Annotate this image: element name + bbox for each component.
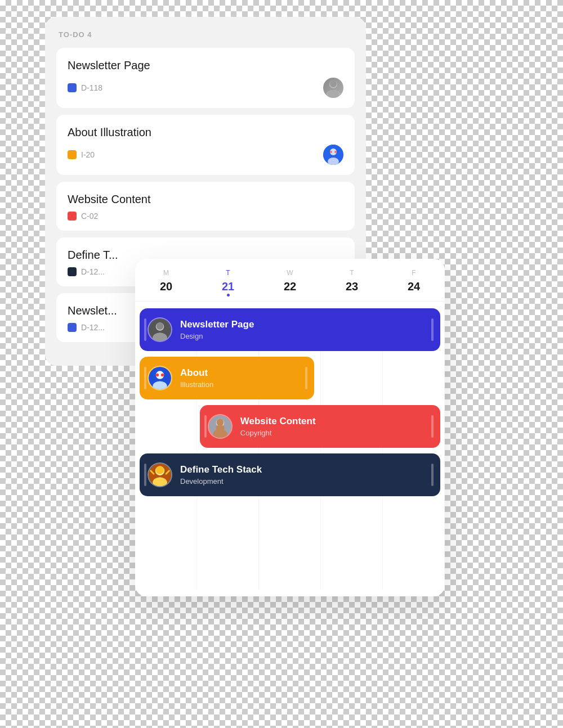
svg-point-7: [330, 151, 332, 153]
svg-point-22: [216, 419, 224, 426]
calendar-panel: M 20 T 21 W 22 T 23 F 24: [135, 259, 445, 596]
resize-handle-left[interactable]: [204, 415, 207, 438]
task-tag: D-118: [68, 83, 102, 92]
event-subtitle: Development: [180, 477, 432, 486]
svg-point-18: [161, 374, 164, 376]
event-title: Newsletter Page: [180, 319, 432, 330]
event-text: About Illustration: [180, 367, 306, 389]
tag-dot: [68, 267, 77, 276]
day-letter: T: [350, 269, 354, 277]
task-meta: I-20: [68, 145, 343, 165]
resize-handle-left[interactable]: [144, 367, 146, 389]
tag-code: D-12...: [81, 267, 105, 276]
tag-code: C-02: [81, 212, 98, 221]
task-tag: C-02: [68, 212, 98, 221]
task-title: Website Content: [68, 193, 343, 206]
svg-rect-23: [216, 425, 225, 433]
day-number: 23: [346, 280, 358, 293]
tag-dot: [68, 83, 77, 92]
event-text: Newsletter Page Design: [180, 319, 432, 340]
svg-point-27: [156, 466, 164, 475]
task-card[interactable]: About Illustration I-20: [56, 115, 355, 175]
event-avatar: [208, 414, 233, 439]
resize-handle-right[interactable]: [431, 415, 434, 438]
avatar: [323, 145, 343, 165]
event-newsletter[interactable]: Newsletter Page Design: [140, 308, 440, 351]
tag-code: I-20: [81, 150, 95, 159]
calendar-grid: Newsletter Page Design: [135, 302, 445, 596]
tag-dot: [68, 323, 77, 332]
day-number: 24: [408, 280, 420, 293]
event-website[interactable]: Website Content Copyright: [200, 405, 440, 448]
event-about[interactable]: About Illustration: [140, 357, 314, 399]
event-text: Define Tech Stack Development: [180, 464, 432, 486]
event-title: About: [180, 367, 306, 379]
resize-handle-right[interactable]: [431, 318, 434, 341]
cal-day-thu[interactable]: T 23: [321, 259, 383, 301]
day-letter: F: [412, 269, 415, 277]
event-define[interactable]: Define Tech Stack Development: [140, 453, 440, 496]
svg-point-28: [153, 478, 167, 487]
event-title: Website Content: [240, 416, 432, 427]
task-card[interactable]: Newsletter Page D-118: [56, 48, 355, 108]
event-subtitle: Illustration: [180, 380, 306, 389]
svg-point-8: [334, 151, 337, 153]
resize-handle-right[interactable]: [431, 464, 434, 486]
day-letter: W: [287, 269, 293, 277]
svg-point-3: [327, 90, 339, 98]
event-avatar: [148, 366, 172, 390]
resize-handle-left[interactable]: [144, 318, 146, 341]
cal-day-mon[interactable]: M 20: [135, 259, 197, 301]
cal-day-tue[interactable]: T 21: [197, 259, 259, 301]
day-number: 21: [222, 280, 234, 293]
svg-point-13: [153, 332, 167, 341]
tag-dot: [68, 212, 77, 221]
svg-point-12: [157, 322, 164, 330]
event-subtitle: Copyright: [240, 429, 432, 437]
task-title: Newsletter Page: [68, 59, 343, 72]
resize-handle-right[interactable]: [305, 367, 307, 389]
tag-dot: [68, 150, 77, 159]
day-number: 22: [284, 280, 296, 293]
day-letter: M: [163, 269, 169, 277]
task-tag: D-12...: [68, 267, 105, 276]
event-subtitle: Design: [180, 332, 432, 340]
tag-code: D-12...: [81, 323, 105, 332]
event-text: Website Content Copyright: [240, 416, 432, 437]
event-avatar: [148, 317, 172, 342]
calendar-header: M 20 T 21 W 22 T 23 F 24: [135, 259, 445, 302]
cal-day-fri[interactable]: F 24: [383, 259, 445, 301]
event-avatar: [148, 462, 172, 487]
events-overlay: Newsletter Page Design: [135, 308, 445, 496]
task-meta: D-118: [68, 78, 343, 98]
task-tag: I-20: [68, 150, 95, 159]
task-card[interactable]: Website Content C-02: [56, 182, 355, 231]
cal-day-wed[interactable]: W 22: [259, 259, 321, 301]
todo-header: TO-DO 4: [56, 30, 355, 39]
task-tag: D-12...: [68, 323, 105, 332]
day-letter: T: [226, 269, 230, 277]
task-meta: C-02: [68, 212, 343, 221]
svg-point-17: [156, 374, 159, 376]
day-number: 20: [160, 280, 172, 293]
resize-handle-left[interactable]: [144, 464, 146, 486]
svg-point-2: [330, 80, 337, 87]
avatar: [323, 78, 343, 98]
tag-code: D-118: [81, 83, 102, 92]
task-title: About Illustration: [68, 126, 343, 139]
event-title: Define Tech Stack: [180, 464, 432, 475]
